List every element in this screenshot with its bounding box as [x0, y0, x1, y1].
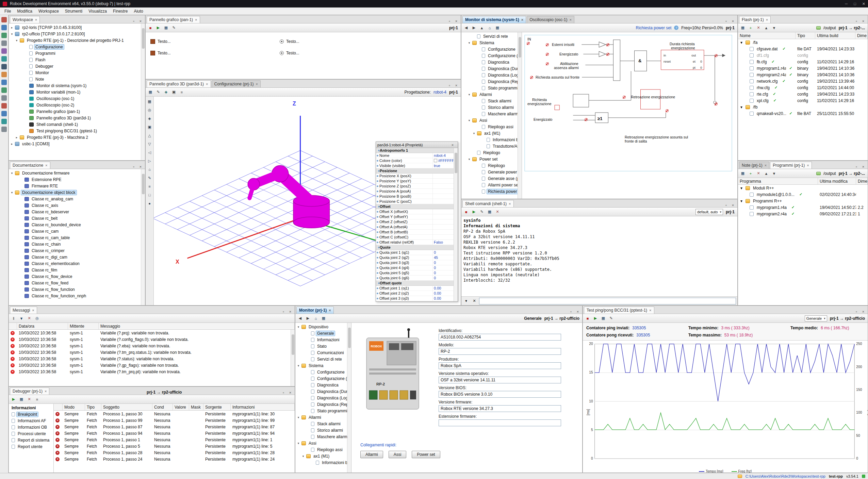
property-row[interactable]: Antropomorfo 1	[376, 148, 458, 153]
toolbar-button[interactable]: ‖	[10, 315, 17, 322]
flash-row[interactable]: myprogram2.r4a ✓ binary 19/04/2021 14:10…	[738, 71, 868, 78]
tab-documentazione[interactable]: Documentazione	[10, 162, 50, 169]
tree-item[interactable]: Classe rc_cam_table	[10, 234, 145, 241]
toolbar-button[interactable]: ≡	[178, 89, 185, 96]
col-messaggio[interactable]: Messaggio	[99, 323, 295, 329]
canvas-widget[interactable]: Testo...	[150, 47, 276, 59]
tree-item[interactable]: Diagnostica (Log)	[296, 395, 351, 401]
left-toolbar-icon[interactable]	[1, 64, 7, 69]
field-value[interactable]: Robox RTE versione 34.27.3	[439, 405, 561, 412]
menu-item[interactable]: Workspace	[35, 8, 62, 15]
minimize-button[interactable]: ─	[845, 2, 848, 6]
toolbar-button[interactable]: ▼	[771, 170, 777, 177]
program-row[interactable]: myprogram1.r4a ✓ 19/04/2021 14:50:27 2.2	[738, 204, 868, 211]
tree-item[interactable]: Allarmi power set	[462, 182, 522, 188]
tree-item[interactable]: Configurazione (FB)	[462, 52, 522, 59]
tree-item[interactable]: Classe rc_flow_feed	[10, 280, 145, 286]
property-row[interactable]: Offset quote	[376, 281, 458, 286]
tab-monitor[interactable]: Monitor (prj-1)	[296, 307, 334, 314]
menu-item[interactable]: Finestre	[110, 8, 131, 15]
flash-row[interactable]: qmakeall-vs20... ✓ file BAT 25/11/2021 1…	[738, 110, 868, 117]
view-tool-icon[interactable]: ✎	[146, 175, 153, 181]
close-icon[interactable]	[45, 164, 47, 167]
tree-item[interactable]: Flash	[10, 56, 145, 63]
property-row[interactable]: Quota joint 3 (qj3) 0	[376, 260, 458, 265]
close-icon[interactable]	[861, 165, 866, 169]
breakpoint-row[interactable]: Sempre Fetch Processo 1, passo 99 Nessun…	[54, 417, 295, 424]
message-row[interactable]: 10/03/2022 10:36:58 sysm-1 Variabile (?.…	[9, 368, 295, 375]
tree-item[interactable]: Classe rc_bounded_device	[10, 221, 145, 228]
shell-clear-icon[interactable]: ✕	[471, 298, 478, 304]
message-row[interactable]: 10/03/2022 10:36:58 sysm-1 Variabile (?.…	[9, 336, 295, 343]
shell-command-input[interactable]	[479, 298, 736, 304]
expand-icon[interactable]: ▾	[468, 158, 471, 161]
tree-item[interactable]: Classe rc_flow_function_nnph	[10, 293, 145, 299]
expand-icon[interactable]: ▾	[10, 191, 14, 194]
toolbar-button[interactable]: ■	[584, 315, 591, 322]
expand-icon[interactable]: ▾	[15, 39, 18, 42]
float-icon[interactable]	[281, 391, 286, 395]
expand-icon[interactable]: ▾	[472, 132, 476, 135]
scrollbar[interactable]	[141, 169, 145, 305]
property-row[interactable]: Offset X (offsetX)	[376, 209, 458, 214]
property-row[interactable]: Quote	[376, 245, 458, 250]
tree-item[interactable]: Diagnostica (Report)	[296, 401, 351, 408]
property-row[interactable]: Offset joint 3 (oj3) 0.00	[376, 296, 458, 301]
message-row[interactable]: 10/03/2022 10:36:58 sysm-1 Variabile (?.…	[9, 356, 295, 362]
flash-row[interactable]: rte.cfg ✓ config 19/04/2021 14:23:33	[738, 91, 868, 97]
property-row[interactable]: Posizione Y (posY)	[376, 179, 458, 184]
property-row[interactable]: Quota joint 1 (qj1) 0	[376, 250, 458, 255]
flash-row[interactable]: ▾ /fb	[738, 104, 868, 110]
close-icon[interactable]	[288, 391, 293, 395]
property-value[interactable]	[391, 245, 392, 250]
message-row[interactable]: 10/03/2022 10:36:58 sysm-1 Variabile (?.…	[9, 330, 295, 336]
close-icon[interactable]	[454, 83, 459, 87]
property-row[interactable]: Offset relativi (relOff) Falso	[376, 240, 458, 245]
tree-item[interactable]: ▾ ax1 (M1)	[296, 453, 351, 459]
tree-item[interactable]: Riepilogo assi	[296, 446, 351, 453]
tree-item[interactable]: Riepilogo assi	[462, 123, 522, 130]
scrollbar[interactable]	[141, 23, 145, 160]
toolbar-button[interactable]: ▶	[471, 209, 477, 215]
tree-item[interactable]: Diagnostica	[296, 382, 351, 388]
shell-output[interactable]: sysinfoInformazioni di sistemaRP-2 da Ro…	[461, 216, 737, 296]
tree-item[interactable]: Shell comandi (shell-1)	[10, 121, 145, 128]
canvas-widget[interactable]: Testo...	[280, 47, 461, 59]
sidebar-item[interactable]: Report utente	[9, 443, 53, 450]
expand-icon[interactable]: ▾	[739, 40, 744, 45]
toolbar-button[interactable]: ▶	[10, 396, 17, 403]
flash-row[interactable]: xpl.cfg ✓ config 11/02/2021 14:29:16	[738, 97, 868, 104]
float-icon[interactable]	[724, 203, 728, 207]
program-row[interactable]: myprogram2.r4a ✓ 09/02/2022 17:21:21 1	[738, 211, 868, 217]
toolbar-button[interactable]: ≡	[34, 396, 40, 403]
tree-item[interactable]: Richiesta power set	[462, 188, 522, 195]
tree-item[interactable]: Stack allarmi	[462, 98, 522, 104]
toolbar-button[interactable]: ✕	[755, 170, 762, 177]
expand-icon[interactable]: ▸	[10, 142, 14, 146]
tree-item[interactable]: ▸ Progetto RTE (prj-3) - Macchina 2	[10, 134, 145, 141]
property-row[interactable]: Quota joint 2 (qj2) 45	[376, 255, 458, 260]
tree-item[interactable]: Servizi di rete	[296, 356, 351, 362]
field-value[interactable]: Robox SpA	[439, 362, 561, 369]
tab-programmi[interactable]: Programmi (prj-1)	[770, 162, 812, 169]
property-row[interactable]: Posizione B (posB)	[376, 194, 458, 199]
shell-history-icon[interactable]: ▾	[463, 298, 470, 304]
flash-row[interactable]: fb.cfg ✓ config 11/02/2021 14:29:16	[738, 59, 868, 65]
tree-item[interactable]: Classe rc_chain	[10, 241, 145, 247]
tree-item[interactable]: ▾ Sistema	[462, 39, 522, 46]
menu-item[interactable]: Strumenti	[62, 8, 85, 15]
property-row[interactable]: Offset Z (offsetZ)	[376, 219, 458, 225]
close-icon[interactable]	[861, 310, 866, 314]
breakpoint-row[interactable]: Sempre Fetch Processo 1, passo 24 Nessun…	[54, 456, 295, 462]
toolbar-button[interactable]: ▦	[739, 24, 746, 31]
expand-icon[interactable]: ▾	[739, 199, 744, 203]
left-toolbar-icon[interactable]	[1, 95, 7, 101]
view-tool-icon[interactable]: ▦	[146, 98, 153, 105]
menu-item[interactable]: Aiuto	[131, 8, 146, 15]
property-value[interactable]	[408, 148, 409, 153]
property-row[interactable]: Offset Y (offsetY)	[376, 214, 458, 219]
tree-item[interactable]: Generale power set	[462, 169, 522, 175]
left-toolbar-icon[interactable]	[1, 25, 7, 30]
property-row[interactable]: Quota joint 6 (qj6) 0	[376, 276, 458, 281]
property-row[interactable]: Quota joint 5 (qj5) 0	[376, 270, 458, 276]
